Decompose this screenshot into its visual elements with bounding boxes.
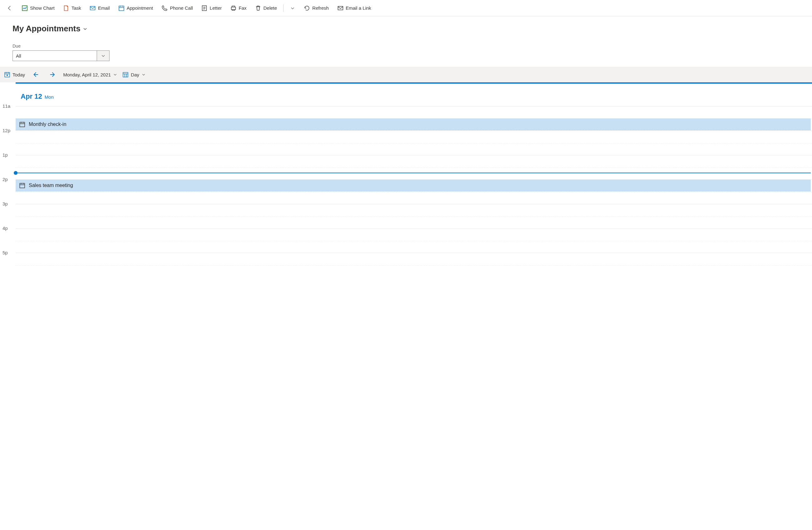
svg-rect-4 xyxy=(231,7,236,10)
toolbar-separator xyxy=(283,4,284,12)
email-icon xyxy=(90,5,96,11)
day-header: Apr 12 Mon xyxy=(16,84,812,106)
refresh-button[interactable]: Refresh xyxy=(300,3,333,13)
page-title: My Appointments xyxy=(13,24,81,33)
svg-rect-0 xyxy=(22,6,27,11)
hour-row[interactable]: 1p xyxy=(16,155,812,180)
hour-grid[interactable]: 11a12p1p2p3p4p5pMonthly check-inSales te… xyxy=(16,106,812,277)
day-date: Apr 12 xyxy=(21,93,42,100)
hour-row[interactable]: 3p xyxy=(16,204,812,228)
calendar-body: Apr 12 Mon 11a12p1p2p3p4p5pMonthly check… xyxy=(16,82,812,277)
calendar-today-icon xyxy=(4,72,10,78)
chevron-down-icon xyxy=(83,27,87,31)
letter-label: Letter xyxy=(209,5,221,11)
calendar-view-icon xyxy=(123,72,128,78)
date-picker-button[interactable]: Monday, April 12, 2021 xyxy=(63,72,117,78)
task-button[interactable]: Task xyxy=(59,3,85,13)
svg-rect-2 xyxy=(119,6,124,11)
half-hour-line xyxy=(16,168,812,168)
page-header: My Appointments Due All xyxy=(0,16,812,67)
current-date-text: Monday, April 12, 2021 xyxy=(63,72,111,78)
view-mode-button[interactable]: Day xyxy=(123,72,145,78)
letter-button[interactable]: Letter xyxy=(198,3,225,13)
due-filter-select[interactable]: All xyxy=(13,51,110,61)
command-bar: Show Chart Task Email Appointment Phone … xyxy=(0,0,812,16)
calendar-icon xyxy=(119,5,124,11)
phone-call-button[interactable]: Phone Call xyxy=(158,3,197,13)
fax-label: Fax xyxy=(239,5,247,11)
appointment-button[interactable]: Appointment xyxy=(115,3,157,13)
today-button[interactable]: Today xyxy=(4,72,25,78)
show-chart-label: Show Chart xyxy=(30,5,55,11)
hour-label: 4p xyxy=(2,225,8,231)
hour-label: 11a xyxy=(2,103,10,109)
filter-label: Due xyxy=(13,43,799,48)
day-weekday: Mon xyxy=(44,94,54,100)
fax-button[interactable]: Fax xyxy=(227,3,250,13)
filter-area: Due All xyxy=(13,43,799,61)
calendar-icon xyxy=(19,122,25,127)
delete-label: Delete xyxy=(263,5,277,11)
svg-rect-10 xyxy=(20,183,25,188)
phone-call-label: Phone Call xyxy=(170,5,193,11)
chevron-down-icon xyxy=(97,51,109,61)
email-link-label: Email a Link xyxy=(346,5,372,11)
half-hour-line xyxy=(16,217,812,217)
view-mode-label: Day xyxy=(131,72,139,78)
arrow-right-icon xyxy=(49,72,55,78)
refresh-icon xyxy=(304,5,310,11)
email-link-icon xyxy=(338,5,343,11)
calendar: Apr 12 Mon 11a12p1p2p3p4p5pMonthly check… xyxy=(0,82,812,277)
refresh-label: Refresh xyxy=(312,5,329,11)
current-time-indicator xyxy=(16,172,811,173)
back-button[interactable] xyxy=(2,3,17,13)
svg-rect-5 xyxy=(338,6,343,10)
overflow-button[interactable] xyxy=(286,3,299,13)
chart-icon xyxy=(22,5,28,11)
svg-rect-9 xyxy=(20,122,25,127)
event-title: Sales team meeting xyxy=(29,183,73,188)
half-hour-line xyxy=(16,192,812,192)
hour-label: 12p xyxy=(2,128,10,133)
email-link-button[interactable]: Email a Link xyxy=(334,3,375,13)
half-hour-line xyxy=(16,265,812,266)
half-hour-line xyxy=(16,241,812,241)
calendar-icon xyxy=(19,183,25,188)
calendar-event[interactable]: Sales team meeting xyxy=(16,180,811,191)
hour-label: 2p xyxy=(2,177,8,182)
trash-icon xyxy=(255,5,261,11)
appointment-label: Appointment xyxy=(127,5,153,11)
letter-icon xyxy=(202,5,207,11)
chevron-down-icon xyxy=(113,73,117,76)
task-label: Task xyxy=(71,5,81,11)
arrow-left-icon xyxy=(7,5,13,11)
fax-icon xyxy=(231,5,236,11)
hour-label: 5p xyxy=(2,250,8,255)
task-icon xyxy=(63,5,69,11)
today-label: Today xyxy=(13,72,25,78)
prev-day-button[interactable] xyxy=(31,70,41,79)
hour-label: 1p xyxy=(2,152,8,157)
half-hour-line xyxy=(16,143,812,143)
hour-label: 3p xyxy=(2,201,8,206)
chevron-down-icon xyxy=(142,73,145,76)
email-label: Email xyxy=(98,5,110,11)
delete-button[interactable]: Delete xyxy=(251,3,281,13)
hour-row[interactable]: 5p xyxy=(16,253,812,277)
svg-rect-8 xyxy=(123,72,128,77)
due-filter-value: All xyxy=(16,53,21,59)
hour-row[interactable]: 12p xyxy=(16,130,812,155)
arrow-left-icon xyxy=(33,72,39,78)
chevron-down-icon xyxy=(290,5,295,11)
view-selector[interactable]: My Appointments xyxy=(13,24,799,33)
next-day-button[interactable] xyxy=(47,70,58,79)
email-button[interactable]: Email xyxy=(86,3,114,13)
calendar-event[interactable]: Monthly check-in xyxy=(16,118,811,130)
date-nav-bar: Today Monday, April 12, 2021 Day xyxy=(0,67,812,82)
svg-rect-1 xyxy=(90,6,95,10)
event-title: Monthly check-in xyxy=(29,122,66,127)
svg-point-7 xyxy=(7,75,8,76)
hour-row[interactable]: 4p xyxy=(16,228,812,253)
phone-icon xyxy=(162,5,168,11)
show-chart-button[interactable]: Show Chart xyxy=(18,3,58,13)
